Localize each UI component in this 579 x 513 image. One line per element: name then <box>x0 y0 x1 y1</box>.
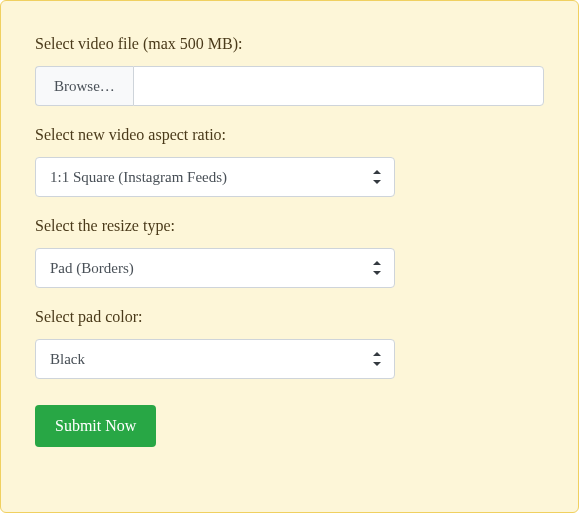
resize-type-label: Select the resize type: <box>35 217 544 235</box>
aspect-ratio-value: 1:1 Square (Instagram Feeds) <box>36 158 394 196</box>
file-label: Select video file (max 500 MB): <box>35 35 544 53</box>
aspect-ratio-select[interactable]: 1:1 Square (Instagram Feeds) <box>35 157 395 197</box>
file-group: Select video file (max 500 MB): Browse… <box>35 35 544 106</box>
aspect-ratio-label: Select new video aspect ratio: <box>35 126 544 144</box>
aspect-ratio-group: Select new video aspect ratio: 1:1 Squar… <box>35 126 544 197</box>
file-input-row: Browse… <box>35 66 544 106</box>
browse-button[interactable]: Browse… <box>35 66 133 106</box>
pad-color-value: Black <box>36 340 394 378</box>
pad-color-group: Select pad color: Black <box>35 308 544 379</box>
video-resize-form: Select video file (max 500 MB): Browse… … <box>0 0 579 513</box>
file-name-display[interactable] <box>133 66 544 106</box>
pad-color-select[interactable]: Black <box>35 339 395 379</box>
resize-type-select[interactable]: Pad (Borders) <box>35 248 395 288</box>
resize-type-value: Pad (Borders) <box>36 249 394 287</box>
submit-button[interactable]: Submit Now <box>35 405 156 447</box>
pad-color-label: Select pad color: <box>35 308 544 326</box>
resize-type-group: Select the resize type: Pad (Borders) <box>35 217 544 288</box>
